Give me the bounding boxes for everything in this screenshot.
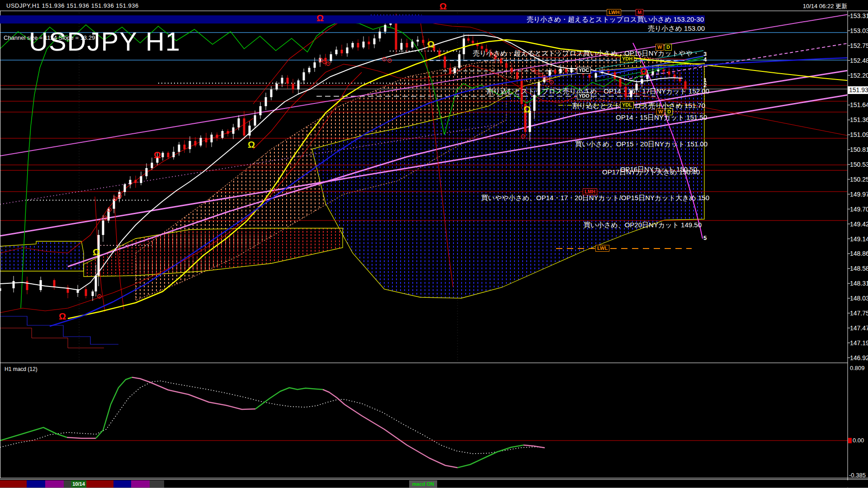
footer-segment [113,480,131,488]
price-tick: 151.365 [850,116,868,123]
footer-segment [45,480,64,488]
footer-segment [64,480,71,488]
footer-segment [27,480,45,488]
annotation: 売り小さめ 153.00 [0,24,706,33]
chart-canvas[interactable] [0,0,868,488]
omega-marker: Ω [154,150,161,160]
price-tick: 149.975 [850,191,868,198]
price-tick: 146.920 [850,354,868,361]
macd-scale-zero: 0.00 [853,437,864,444]
price-tick: 149.145 [850,235,868,243]
annotation: 買い小さめ、OP15・20日NYカット 151.00 [0,140,708,148]
price-tick: 149.700 [850,206,868,213]
level-tag-lwh: LWH [607,9,621,16]
annotation: 売り小さめ・超えるとストップロス買い小さめ 153.20-30 [0,15,705,23]
price-tick: 148.585 [850,265,868,272]
price-tick: 153.315 [850,12,868,19]
price-tick: 152.755 [850,42,868,49]
macd-indicator-label: H1 macd (12) [5,366,38,372]
omega-marker: Ω [248,140,255,149]
footer-segment [0,480,27,488]
price-tick: 152.480 [850,57,868,64]
annotation: 売り小さめ・超えるとストップロス買い小さめ：OP15日NYカットやや・ [0,49,700,57]
annotation: 買いやや小さめ、OP14・17・20日NYカット/OP15日NYカット大きめ 1… [0,194,710,202]
mt4-chart-window: USDJPY,H1 151.936 151.936 151.936 151.93… [0,0,868,488]
price-tick: 147.755 [850,310,868,317]
level-tag-ydh: YDH [620,56,634,62]
channel-info-label: Channel size = 1124 Slope = 13.29 [4,34,95,41]
price-tick: 150.255 [850,176,868,183]
annotation: 割り込むとストップロス売り小さめ 151.70 [0,102,706,110]
timeline-strip: 10/14macd ON [0,480,868,488]
price-tick: 150.810 [850,146,868,153]
macd-scale-top: 0.809 [850,365,865,371]
level-tag-w: W [656,44,664,51]
omega-marker: Ω [427,40,434,49]
footer-segment [131,480,150,488]
level-tag-lwl: LWL [595,245,609,252]
omega-marker: Ω [524,105,531,114]
price-tick: 148.310 [850,280,868,287]
wave-number: 5 [703,235,707,241]
omega-marker: Ω [316,14,324,23]
level-tag-lmh: LMH [583,188,597,195]
price-tick: 149.420 [850,221,868,228]
footer-10-14: 10/14 [71,480,86,488]
level-tag-w: W [656,108,665,115]
omega-marker: Ω [93,248,100,257]
omega-marker: Ω [439,2,447,11]
level-tag-d: D [665,44,672,51]
price-tick: 148.865 [850,250,868,257]
annotation: OP14・15日NYカット 151.50 [0,113,708,122]
current-price-box: 151.936 [848,86,868,94]
level-tag-m: M [636,9,643,16]
level-tag-ydo: YDO [577,93,591,99]
footer-segment [86,480,113,488]
symbol-quote-title: USDJPY,H1 151.936 151.936 151.936 151.93… [6,2,139,9]
level-tag-ydl: YDL [620,102,634,108]
annotation: 割り込むとストップロス売り小さめ、OP14・16・17日NYカット 152.00 [0,87,710,95]
price-tick: 147.195 [850,339,868,347]
footer-macd-on[interactable]: macd ON [409,480,437,488]
price-tick: 148.030 [850,295,868,302]
omega-marker: Ω [640,67,647,76]
price-tick: 150.535 [850,161,868,168]
price-tick: 147.475 [850,324,868,332]
footer-segment [164,480,409,488]
last-update-time: 10/14 06:22 更新 [803,2,847,10]
annotation: 買い小さめ、OP20日NYカット 149.50 [0,221,703,229]
price-tick: 151.090 [850,131,868,138]
macd-scale-bottom: -0.385 [849,472,866,479]
footer-segment [150,480,164,488]
price-tick: 153.035 [850,27,868,34]
wave-number: 4 [703,56,707,63]
level-tag-d: D [665,108,673,115]
footer-segment [437,480,868,488]
wave-number: 2 [703,82,707,89]
annotation: OP17日NYカット大きめ 150.40 [0,168,701,176]
price-tick: 152.200 [850,72,868,79]
price-tick: 151.645 [850,101,868,108]
omega-marker: Ω [59,312,66,321]
level-tag-ydc: YDC [577,67,591,74]
